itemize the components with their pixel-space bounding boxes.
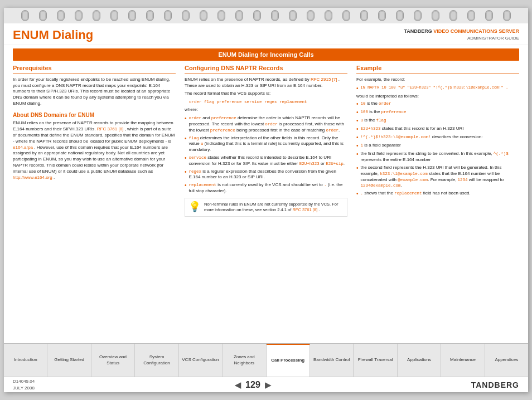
spiral-hole xyxy=(449,10,457,21)
nav-tab-appendices[interactable]: Appendices xyxy=(485,344,528,377)
spiral-hole xyxy=(485,10,493,21)
col1-intro: In order for your locally registered end… xyxy=(13,77,176,107)
rfc3761-note-link[interactable]: RFC 3761 [8] xyxy=(292,207,317,212)
rfc3761-link[interactable]: RFC 3761 [8] xyxy=(97,126,124,131)
spiral-hole xyxy=(360,10,368,21)
spiral-hole xyxy=(93,10,100,21)
col3-bullet-e2u: • E2U+h323 states that this record is fo… xyxy=(356,126,519,133)
col1-subheader: About DNS Domains for ENUM xyxy=(13,111,176,119)
col-prerequisites: Prerequisites In order for your locally … xyxy=(13,64,176,343)
spiral-hole xyxy=(164,10,172,21)
note-box: 💡 Non-terminal rules in ENUM are not cur… xyxy=(185,198,347,217)
spiral-hole xyxy=(432,10,439,21)
spiral-hole xyxy=(307,10,315,21)
col2-code-block: order flag preference service regex repl… xyxy=(185,99,347,105)
spiral-hole xyxy=(235,10,243,21)
next-arrow[interactable]: ▶ xyxy=(265,381,271,389)
col2-bullet-replacement: • replacement is not currently used by t… xyxy=(185,182,347,194)
spiral-hole xyxy=(414,10,422,21)
doc-date: JULY 2008 xyxy=(13,385,35,391)
col3-bullet-100: • 100 is the preference xyxy=(356,109,519,116)
col2-record-format: The record format that the VCS supports … xyxy=(185,91,347,97)
e164org-link[interactable]: http://www.e164.org xyxy=(13,175,52,180)
col2-header: Configuring DNS NAPTR Records xyxy=(185,64,347,74)
col-dns-naptr: Configuring DNS NAPTR Records ENUM relie… xyxy=(185,64,347,343)
spiral-hole xyxy=(396,10,404,21)
spiral-hole xyxy=(217,10,225,21)
content-area: Prerequisites In order for your locally … xyxy=(4,64,528,343)
spiral-hole xyxy=(467,10,475,21)
spiral-hole xyxy=(271,10,279,21)
col3-bullet-10: • 10 is the order xyxy=(356,101,519,108)
footer-doc-info: D14049.04 JULY 2008 xyxy=(13,378,35,391)
col2-bullet-service: • service states whether this record is … xyxy=(185,155,347,167)
nav-tab-applications[interactable]: Applications xyxy=(398,344,441,377)
spiral-hole xyxy=(289,10,297,21)
col3-example-record: • IN NAPTR 10 100 "u" "E2U+h323" "!^(.*)… xyxy=(356,85,519,92)
col3-bullet-sep: • 1 is a field separator xyxy=(356,143,519,149)
guide-subtitle: ADMINISTRATOR GUIDE xyxy=(467,36,519,41)
nav-tab-zones-neighbors[interactable]: Zones and Neighbors xyxy=(223,344,266,377)
spiral-hole xyxy=(182,10,190,21)
spiral-hole xyxy=(503,10,511,21)
product-name: VIDEO COMMUNICATIONS SERVER xyxy=(433,28,519,34)
bottom-nav: IntroductionGetting StartedOverview and … xyxy=(4,343,528,377)
spiral-binding xyxy=(4,8,528,23)
page-title: ENUM Dialing xyxy=(13,28,93,42)
note-text: Non-terminal rules in ENUM are not curre… xyxy=(204,202,344,213)
nav-tab-maintenance[interactable]: Maintenance xyxy=(441,344,485,377)
col3-bullet-dot: • . shows that the replacement field has… xyxy=(356,191,519,197)
book-container: ENUM Dialing TANDBERG VIDEO COMMUNICATIO… xyxy=(4,8,528,392)
spiral-hole xyxy=(253,10,261,21)
company-name: TANDBERG VIDEO COMMUNICATIONS SERVER xyxy=(404,28,519,34)
spiral-hole xyxy=(146,10,154,21)
col-example: Example For example, the record: • IN NA… xyxy=(356,64,519,343)
header-right: TANDBERG VIDEO COMMUNICATIONS SERVER ADM… xyxy=(404,28,519,41)
col3-intro: For example, the record: xyxy=(356,77,519,83)
spiral-hole xyxy=(21,10,29,21)
spiral-hole xyxy=(342,10,350,21)
rfc2915-link[interactable]: RFC 2915 [7] xyxy=(311,77,337,82)
section-title-bar: ENUM Dialing for Incoming Calls xyxy=(13,48,519,61)
footer-brand: TANDBERG xyxy=(471,381,519,389)
note-icon: 💡 xyxy=(188,202,201,212)
nav-tab-system-config[interactable]: System Configuration xyxy=(135,344,178,377)
nav-tab-call-processing[interactable]: Call Processing xyxy=(267,344,310,377)
spiral-hole xyxy=(325,10,332,21)
col3-bullet-regex-desc: • !^(.*)$!h323:\1@example.com! describes… xyxy=(356,134,519,141)
col3-bullet-second-field: • the second field represents the H.323 … xyxy=(356,165,519,189)
spiral-hole xyxy=(200,10,207,21)
col2-bullet-flag: • flag determines the interpretation of … xyxy=(185,135,347,153)
nav-tab-firewall-traversal[interactable]: Firewall Traversal xyxy=(354,344,397,377)
e164arpa-link[interactable]: e164.arpa xyxy=(13,145,33,150)
doc-id: D14049.04 xyxy=(13,378,35,384)
nav-tab-introduction[interactable]: Introduction xyxy=(4,344,47,377)
spiral-hole xyxy=(39,10,47,21)
col2-intro: ENUM relies on the presence of NAPTR rec… xyxy=(185,77,347,89)
page-header: ENUM Dialing TANDBERG VIDEO COMMUNICATIO… xyxy=(4,23,528,45)
col2-bullet-order: • order and preference determine the ord… xyxy=(185,115,347,133)
nav-tabs: IntroductionGetting StartedOverview and … xyxy=(4,344,528,377)
nav-tab-overview-status[interactable]: Overview and Status xyxy=(91,344,135,377)
spiral-hole xyxy=(128,10,136,21)
spiral-hole xyxy=(378,10,386,21)
col1-body: ENUM relies on the presence of NAPTR rec… xyxy=(13,120,176,181)
col2-where: where: xyxy=(185,107,347,113)
prev-arrow[interactable]: ◀ xyxy=(235,381,241,389)
spiral-hole xyxy=(110,10,118,21)
footer-pagination: ◀ 129 ▶ xyxy=(235,380,271,390)
col3-header: Example xyxy=(356,64,519,74)
page-footer: D14049.04 JULY 2008 ◀ 129 ▶ TANDBERG xyxy=(4,377,528,392)
page-content: ENUM Dialing TANDBERG VIDEO COMMUNICATIO… xyxy=(4,23,528,392)
col3-bullet-first-field: • the first field represents the string … xyxy=(356,151,519,163)
col1-header: Prerequisites xyxy=(13,64,176,74)
nav-tab-getting-started[interactable]: Getting Started xyxy=(47,344,91,377)
col3-bullet-u: • u is the flag xyxy=(356,118,519,124)
col2-bullet-regex: • regex is a regular expression that des… xyxy=(185,169,347,181)
nav-tab-bandwidth-control[interactable]: Bandwidth Control xyxy=(310,344,354,377)
spiral-hole xyxy=(57,10,65,21)
col3-would: would be interpreted as follows: xyxy=(356,94,519,100)
spiral-hole xyxy=(75,10,83,21)
page-number: 129 xyxy=(245,380,260,390)
nav-tab-vcs-config[interactable]: VCS Configuration xyxy=(179,344,223,377)
